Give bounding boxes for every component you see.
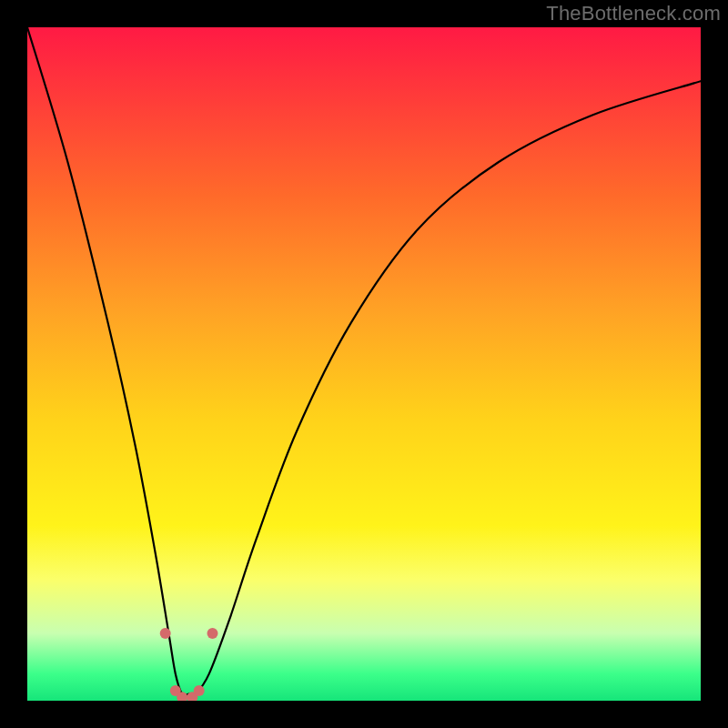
highlight-dot: [160, 628, 171, 639]
bottleneck-curve: [27, 27, 701, 701]
highlight-dot: [194, 685, 205, 696]
highlight-dot: [207, 628, 218, 639]
chart-frame: TheBottleneck.com: [0, 0, 728, 728]
curve-path: [27, 27, 701, 695]
watermark-text: TheBottleneck.com: [546, 2, 721, 25]
plot-area: [27, 27, 701, 701]
